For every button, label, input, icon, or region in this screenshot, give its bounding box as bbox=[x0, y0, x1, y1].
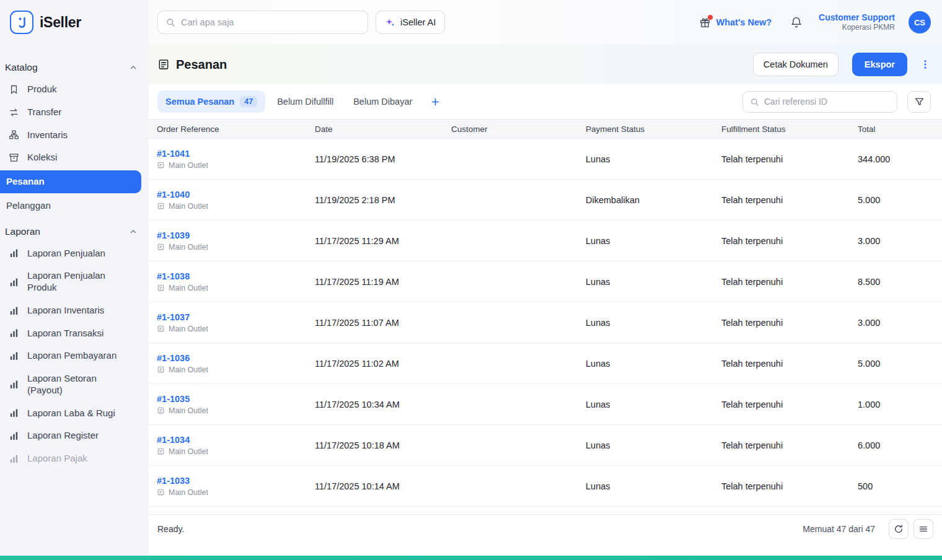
bar-chart-icon bbox=[9, 379, 20, 390]
filter-button[interactable] bbox=[907, 91, 931, 113]
add-tab-icon[interactable] bbox=[426, 93, 444, 111]
fulfillment-status: Telah terpenuhi bbox=[721, 440, 858, 450]
payment-status: Lunas bbox=[586, 440, 721, 450]
column-header[interactable]: Payment Status bbox=[586, 125, 721, 134]
column-header[interactable]: Customer bbox=[451, 125, 586, 134]
sidebar: Katalog Produk Transfer Inventaris Kolek… bbox=[0, 45, 149, 560]
sidebar-item-produk[interactable]: Produk bbox=[4, 78, 143, 101]
table-row[interactable]: #1-1038 Main Outlet 11/17/2025 11:19 AM … bbox=[149, 261, 942, 302]
sidebar-item-laporan-register[interactable]: Laporan Register bbox=[4, 424, 143, 447]
bar-chart-icon bbox=[9, 305, 20, 316]
main-content: Pesanan Cetak Dokumen Ekspor Semua Pesan… bbox=[149, 45, 942, 560]
outlet-icon bbox=[157, 243, 165, 251]
table-row[interactable]: #1-1033 Main Outlet 11/17/2025 10:14 AM … bbox=[149, 466, 942, 507]
global-search-input[interactable] bbox=[181, 17, 360, 27]
sidebar-item-pesanan[interactable]: Pesanan bbox=[0, 170, 141, 193]
order-total: 3.000 bbox=[858, 236, 942, 246]
table-row[interactable]: #1-1037 Main Outlet 11/17/2025 11:07 AM … bbox=[149, 302, 942, 343]
outlet-icon bbox=[157, 406, 165, 414]
section-laporan-label: Laporan bbox=[5, 226, 40, 237]
sidebar-section-laporan[interactable]: Laporan bbox=[4, 221, 143, 242]
table-row[interactable]: #1-1040 Main Outlet 11/19/2025 2:18 PM D… bbox=[149, 180, 942, 221]
tabs-row: Semua Pesanan 47 Belum Difullfill Belum … bbox=[149, 84, 942, 119]
sidebar-item-laporan-penjualan-produk[interactable]: Laporan Penjualan Produk bbox=[4, 265, 143, 299]
sidebar-item-label: Laporan Transaksi bbox=[27, 328, 103, 339]
order-reference-link[interactable]: #1-1034 bbox=[157, 435, 315, 445]
order-date: 11/19/2025 6:38 PM bbox=[315, 154, 451, 164]
sidebar-section-katalog[interactable]: Katalog bbox=[4, 57, 143, 78]
gift-icon bbox=[699, 17, 711, 28]
whats-new-button[interactable]: What's New? bbox=[699, 17, 772, 28]
sidebar-item-laporan-laba-rugi[interactable]: Laporan Laba & Rugi bbox=[4, 402, 143, 425]
sidebar-item-laporan-inventaris[interactable]: Laporan Inventaris bbox=[4, 299, 143, 322]
outlet-icon bbox=[157, 447, 165, 455]
column-header[interactable]: Order Reference bbox=[157, 125, 315, 134]
order-reference-link[interactable]: #1-1038 bbox=[157, 271, 315, 281]
inventory-icon bbox=[9, 129, 20, 140]
column-header[interactable]: Total bbox=[858, 125, 942, 134]
outlet-icon bbox=[157, 365, 165, 374]
table-row[interactable]: #1-1041 Main Outlet 11/19/2025 6:38 PM L… bbox=[149, 139, 942, 180]
sidebar-item-laporan-pembayaran[interactable]: Laporan Pembayaran bbox=[4, 344, 143, 367]
account-info[interactable]: Customer Support Koperasi PKMR bbox=[819, 12, 895, 33]
order-reference-link[interactable]: #1-1035 bbox=[157, 394, 315, 404]
sidebar-item-laporan-penjualan[interactable]: Laporan Penjualan bbox=[4, 242, 143, 265]
print-document-button[interactable]: Cetak Dokumen bbox=[753, 53, 839, 76]
sidebar-item-laporan-pajak[interactable]: Laporan Pajak bbox=[4, 447, 143, 470]
payment-status: Lunas bbox=[586, 318, 721, 328]
order-total: 1.000 bbox=[858, 400, 942, 409]
brand-area: iSeller bbox=[0, 0, 149, 45]
sidebar-item-transfer[interactable]: Transfer bbox=[4, 101, 143, 124]
global-search bbox=[157, 11, 368, 34]
order-total: 8.500 bbox=[858, 277, 942, 287]
bell-icon[interactable] bbox=[790, 16, 803, 28]
table-row[interactable]: #1-1034 Main Outlet 11/17/2025 10:18 AM … bbox=[149, 425, 942, 466]
avatar[interactable]: CS bbox=[909, 11, 931, 33]
order-reference-link[interactable]: #1-1040 bbox=[157, 190, 315, 199]
tab-label: Belum Difullfill bbox=[277, 97, 333, 107]
reference-search-input[interactable] bbox=[764, 97, 890, 107]
order-reference-link[interactable]: #1-1036 bbox=[157, 353, 315, 363]
export-button[interactable]: Ekspor bbox=[852, 53, 907, 76]
table-row[interactable]: #1-1036 Main Outlet 11/17/2025 11:02 AM … bbox=[149, 343, 942, 384]
sidebar-item-laporan-transaksi[interactable]: Laporan Transaksi bbox=[4, 322, 143, 345]
table-row[interactable]: #1-1039 Main Outlet 11/17/2025 11:29 AM … bbox=[149, 221, 942, 261]
whats-new-label: What's New? bbox=[716, 17, 772, 27]
sidebar-item-label: Laporan Pembayaran bbox=[27, 350, 117, 362]
payment-status: Lunas bbox=[586, 481, 721, 491]
order-reference-link[interactable]: #1-1033 bbox=[157, 476, 315, 486]
list-view-button[interactable] bbox=[913, 519, 933, 539]
order-total: 500 bbox=[858, 481, 942, 491]
more-options-icon[interactable] bbox=[920, 59, 931, 70]
sidebar-item-label: Inventaris bbox=[27, 129, 68, 141]
sidebar-item-koleksi[interactable]: Koleksi bbox=[4, 146, 143, 169]
order-date: 11/17/2025 11:02 AM bbox=[315, 359, 451, 369]
sidebar-item-pelanggan[interactable]: Pelanggan bbox=[4, 195, 143, 217]
iseller-ai-button[interactable]: iSeller AI bbox=[376, 11, 445, 34]
tab-belum-dibayar[interactable]: Belum Dibayar bbox=[345, 91, 420, 112]
chevron-up-icon bbox=[129, 227, 138, 236]
tab-belum-difullfill[interactable]: Belum Difullfill bbox=[269, 91, 341, 112]
page-header: Pesanan Cetak Dokumen Ekspor bbox=[149, 45, 942, 84]
order-reference-link[interactable]: #1-1037 bbox=[157, 312, 315, 322]
column-header[interactable]: Fulfillment Status bbox=[721, 125, 858, 134]
sidebar-item-label: Produk bbox=[27, 84, 57, 95]
table-row[interactable]: #1-1035 Main Outlet 11/17/2025 10:34 AM … bbox=[149, 384, 942, 425]
tab-semua-pesanan[interactable]: Semua Pesanan 47 bbox=[157, 90, 265, 113]
bookmark-icon bbox=[9, 84, 20, 95]
sidebar-item-label: Laporan Register bbox=[27, 430, 99, 442]
sidebar-item-label: Laporan Penjualan bbox=[27, 248, 105, 260]
sidebar-item-label: Laporan Laba & Rugi bbox=[27, 408, 115, 419]
column-header[interactable]: Date bbox=[315, 125, 451, 134]
tab-count-badge: 47 bbox=[240, 96, 257, 107]
order-date: 11/17/2025 11:19 AM bbox=[315, 277, 451, 287]
transfer-icon bbox=[9, 107, 20, 118]
order-reference-link[interactable]: #1-1039 bbox=[157, 230, 315, 240]
chevron-up-icon bbox=[129, 63, 138, 72]
outlet-icon bbox=[157, 488, 165, 496]
refresh-button[interactable] bbox=[889, 519, 909, 539]
order-total: 344.000 bbox=[858, 154, 942, 164]
sidebar-item-laporan-setoran[interactable]: Laporan Setoran (Payout) bbox=[4, 367, 143, 402]
order-reference-link[interactable]: #1-1041 bbox=[157, 149, 315, 159]
sidebar-item-inventaris[interactable]: Inventaris bbox=[4, 124, 143, 147]
